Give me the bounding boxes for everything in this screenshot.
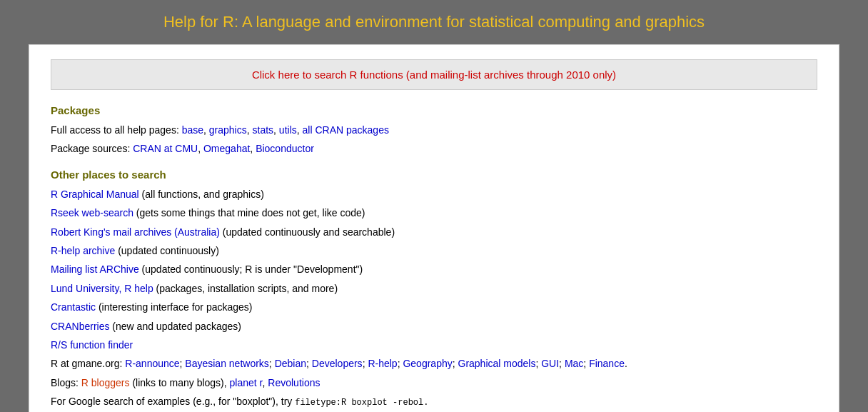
link-mailing-list-archive[interactable]: Mailing list ARChive bbox=[51, 263, 139, 275]
link-gmane-mac[interactable]: Mac bbox=[565, 358, 583, 369]
item-rseek: Rseek web-search (gets some things that … bbox=[51, 205, 817, 221]
packages-full-access-line: Full access to all help pages: base, gra… bbox=[51, 122, 817, 138]
item-cranberries: CRANberries (new and updated packages) bbox=[51, 318, 817, 334]
link-all-cran[interactable]: all CRAN packages bbox=[303, 124, 389, 136]
link-gmane-developers[interactable]: Developers bbox=[312, 358, 363, 369]
link-omegahat[interactable]: Omegahat bbox=[203, 143, 250, 154]
link-lund[interactable]: Lund University, R help bbox=[51, 283, 153, 294]
link-gmane-debian[interactable]: Debian bbox=[275, 358, 306, 369]
other-places-section-title: Other places to search bbox=[51, 169, 817, 181]
blogs-line: Blogs: R bloggers (links to many blogs),… bbox=[51, 375, 817, 391]
link-robert-king[interactable]: Robert King's mail archives (Australia) bbox=[51, 226, 220, 238]
link-rseek[interactable]: Rseek web-search bbox=[51, 207, 133, 218]
link-revolutions[interactable]: Revolutions bbox=[268, 377, 320, 388]
item-robert-king: Robert King's mail archives (Australia) … bbox=[51, 224, 817, 240]
page-header: Help for R: A language and environment f… bbox=[0, 0, 868, 44]
link-r-bloggers[interactable]: R bloggers bbox=[81, 377, 130, 388]
link-gmane-bayesian[interactable]: Bayesian networks bbox=[185, 358, 269, 369]
package-sources-line: Package sources: CRAN at CMU, Omegahat, … bbox=[51, 141, 817, 156]
link-crantastic[interactable]: Crantastic bbox=[51, 301, 96, 313]
sources-label: Package sources: bbox=[51, 143, 133, 154]
google-example-line: For Google search of examples (e.g., for… bbox=[51, 393, 817, 410]
link-gmane-finance[interactable]: Finance bbox=[589, 358, 625, 369]
link-gmane-geography[interactable]: Geography bbox=[403, 358, 452, 369]
item-graphical-manual: R Graphical Manual (all functions, and g… bbox=[51, 186, 817, 202]
item-mailing-list-archive: Mailing list ARChive (updated continuous… bbox=[51, 261, 817, 277]
link-stats[interactable]: stats bbox=[253, 124, 274, 136]
gmane-line: R at gmane.org: R-announce; Bayesian net… bbox=[51, 356, 817, 371]
link-rs-function-finder[interactable]: R/S function finder bbox=[51, 339, 133, 351]
link-graphics[interactable]: graphics bbox=[209, 124, 247, 136]
link-r-help-archive[interactable]: R-help archive bbox=[51, 245, 115, 256]
item-rs-function-finder: R/S function finder bbox=[51, 337, 817, 353]
full-access-label: Full access to all help pages: bbox=[51, 124, 182, 136]
link-cranberries[interactable]: CRANberries bbox=[51, 321, 109, 332]
link-gmane-gui[interactable]: GUI bbox=[541, 358, 559, 369]
link-gmane-r-announce[interactable]: R-announce bbox=[125, 358, 179, 369]
gmane-prefix: R at gmane.org: bbox=[51, 358, 125, 369]
link-planet-r[interactable]: planet r bbox=[230, 377, 263, 388]
search-banner-link[interactable]: Click here to search R functions (and ma… bbox=[252, 69, 616, 81]
main-content-area: Click here to search R functions (and ma… bbox=[29, 44, 839, 412]
link-cran-cmu[interactable]: CRAN at CMU bbox=[133, 143, 198, 154]
packages-section-title: Packages bbox=[51, 104, 817, 116]
link-graphical-manual[interactable]: R Graphical Manual bbox=[51, 189, 139, 200]
google-mono-text: filetype:R boxplot -rebol. bbox=[295, 398, 428, 408]
google-text-1: For Google search of examples (e.g., for… bbox=[51, 396, 295, 407]
link-gmane-r-help[interactable]: R-help bbox=[368, 358, 397, 369]
link-gmane-graphical-models[interactable]: Graphical models bbox=[458, 358, 536, 369]
link-bioconductor[interactable]: Bioconductor bbox=[256, 143, 314, 154]
item-lund: Lund University, R help (packages, insta… bbox=[51, 281, 817, 296]
item-r-help-archive: R-help archive (updated continuously) bbox=[51, 243, 817, 258]
blogs-prefix: Blogs: bbox=[51, 377, 81, 388]
item-crantastic: Crantastic (interesting interface for pa… bbox=[51, 299, 817, 315]
page-title: Help for R: A language and environment f… bbox=[7, 13, 861, 31]
link-utils[interactable]: utils bbox=[279, 124, 297, 136]
link-base[interactable]: base bbox=[182, 124, 203, 136]
search-banner[interactable]: Click here to search R functions (and ma… bbox=[51, 59, 817, 90]
